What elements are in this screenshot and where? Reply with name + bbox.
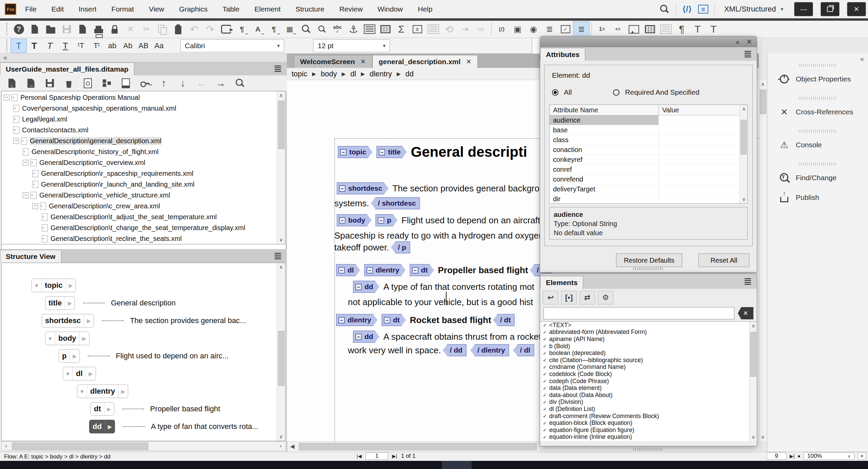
collapse-element-icon[interactable]: −: [384, 317, 390, 323]
panel-resize-handle[interactable]: [633, 448, 664, 451]
panel-resize-handle[interactable]: [633, 267, 664, 270]
element-end-tag-p[interactable]: / p: [391, 241, 410, 254]
subscript[interactable]: Tᵗ: [89, 39, 104, 53]
collapse-element-icon[interactable]: −: [412, 267, 418, 274]
help-icon[interactable]: ?: [11, 22, 27, 37]
zoom-tool-icon[interactable]: [314, 22, 330, 37]
structure-horizontal-scrollbar[interactable]: ‹ ›: [1, 441, 285, 451]
structure-tools-icon[interactable]: ≣: [541, 22, 557, 37]
cut-icon[interactable]: ✂: [138, 22, 154, 37]
structure-node[interactable]: dt ▶ Propeller based flight: [2, 400, 285, 418]
numbered-list-icon[interactable]: 1≡: [594, 22, 610, 37]
structure-node[interactable]: shortdesc ▶ The section provides general…: [2, 312, 285, 330]
conditional-text-icon[interactable]: [658, 22, 674, 37]
variables-icon[interactable]: ±: [409, 22, 425, 37]
collapse-element-icon[interactable]: −: [355, 284, 362, 290]
paragraph-catalog-icon[interactable]: ¶: [266, 22, 282, 37]
tab-welcomescreen[interactable]: WelcomeScreen✕: [294, 55, 372, 68]
menu-item[interactable]: Element: [254, 5, 280, 13]
menu-item[interactable]: Structure: [296, 5, 324, 13]
tree-item[interactable]: GeneralDescription\t_adjust_the_seat_tem…: [2, 211, 285, 222]
element-list-item[interactable]: ✓ equation-figure (Equation figure): [540, 427, 757, 434]
tab-general-description[interactable]: general_description.xml✕: [372, 55, 478, 68]
xml-code-icon[interactable]: ⟨/⟩: [682, 4, 692, 14]
sidebar-item-cross-references[interactable]: ✕ Cross-References: [767, 105, 868, 119]
zoom-select[interactable]: 100%∨: [804, 452, 854, 460]
scroll-up-icon[interactable]: ∧: [740, 105, 748, 113]
workspace-switcher[interactable]: XML/Structured▾: [724, 5, 783, 14]
tree-item[interactable]: − GeneralDescription\general_description…: [2, 135, 285, 146]
structure-view[interactable]: ▼ topic ▶ title ▶: [1, 263, 285, 441]
resource-manager-icon[interactable]: [117, 76, 134, 90]
last-page-icon[interactable]: ▶|: [392, 453, 397, 459]
tree-item[interactable]: − GeneralDescription\c_vehicle_structure…: [2, 190, 285, 201]
element-tag-dlentry[interactable]: −dlentry: [364, 264, 406, 276]
panel-menu-icon[interactable]: ≣: [274, 63, 282, 74]
element-tag-dl[interactable]: −dl: [336, 264, 360, 276]
tree-item[interactable]: Legal\legal.xml: [2, 114, 285, 125]
clear-search-icon[interactable]: ✕: [738, 307, 753, 319]
save-book-icon[interactable]: [41, 76, 58, 90]
redo-icon[interactable]: ↷: [202, 22, 218, 37]
copy-icon[interactable]: [154, 22, 170, 37]
expand-arrow-icon[interactable]: ▶: [70, 350, 79, 362]
expand-arrow-icon[interactable]: ▶: [79, 332, 89, 345]
next-icon[interactable]: ▶|: [790, 453, 794, 459]
element-list-item[interactable]: ✓ codeph (Code Phrase): [540, 378, 757, 385]
markers-icon[interactable]: [425, 22, 441, 37]
element-tag-p[interactable]: −p: [375, 214, 397, 226]
tree-vertical-scrollbar[interactable]: ∧ ∨: [277, 91, 285, 244]
menu-item[interactable]: View: [149, 5, 164, 13]
element-list-item[interactable]: ✓ cmdname (Command Name): [540, 364, 757, 371]
pilcrow-icon[interactable]: ¶: [674, 22, 690, 37]
expander-icon[interactable]: −: [13, 138, 19, 144]
element-end-tag-dl[interactable]: / dl: [513, 344, 534, 356]
restore-defaults-button[interactable]: Restore Defaults: [616, 254, 682, 267]
scroll-down-icon[interactable]: ∨: [277, 236, 285, 244]
tree-item[interactable]: GeneralDescription\t_recline_the_seats.x…: [2, 233, 285, 244]
element-boxes-icon[interactable]: ▣: [510, 22, 526, 37]
radio-required-specified[interactable]: [613, 89, 619, 96]
collapse-element-icon[interactable]: −: [379, 149, 385, 155]
scroll-down-icon[interactable]: ∨: [740, 195, 748, 203]
uppercase[interactable]: AB: [136, 39, 151, 53]
expander-icon[interactable]: −: [23, 160, 28, 166]
expander-icon[interactable]: −: [4, 95, 9, 100]
scrollbar-thumb[interactable]: [741, 120, 747, 154]
panel-drag-ridge[interactable]: [799, 97, 837, 100]
attribute-scrollbar[interactable]: ∧ ∨: [739, 105, 747, 203]
sidebar-item-object-properties[interactable]: Object Properties: [767, 72, 868, 87]
attribute-row[interactable]: class: [550, 135, 747, 145]
reset-all-button[interactable]: Reset All: [698, 254, 749, 267]
scrollbar-thumb[interactable]: [278, 331, 284, 386]
tree-item[interactable]: GeneralDescription\c_history_of_flight.x…: [2, 146, 285, 157]
tab-elements[interactable]: Elements: [540, 276, 583, 289]
tree-item[interactable]: − GeneralDescription\c_overview.xml: [2, 157, 285, 168]
elements-scrollbar[interactable]: ∧ ∨: [749, 322, 757, 441]
close-panel-icon[interactable]: ✕: [746, 38, 752, 46]
menu-item[interactable]: Help: [418, 5, 432, 13]
scroll-up-icon[interactable]: ∧: [759, 80, 767, 88]
lock-icon[interactable]: [106, 22, 122, 37]
structure-node[interactable]: ▼ dlentry ▶: [2, 382, 285, 400]
scroll-down-icon[interactable]: ∨: [759, 433, 767, 441]
menu-item[interactable]: Edit: [52, 5, 64, 13]
scrollbar-thumb[interactable]: [760, 90, 766, 114]
element-list-item[interactable]: ✓ data-about (Data About): [540, 392, 757, 399]
element-list-item[interactable]: ✓ boolean (deprecated): [540, 350, 757, 357]
element-list-item[interactable]: ✓ data (Data element): [540, 384, 757, 392]
undo-icon[interactable]: ↶: [186, 22, 202, 37]
print-icon[interactable]: [91, 22, 106, 37]
expand-arrow-icon[interactable]: ▶: [104, 402, 114, 415]
underline[interactable]: T: [58, 39, 73, 53]
element-list-item[interactable]: ✓ cite (Citation—bibliographic source): [540, 357, 757, 364]
structure-node[interactable]: title ▶ General description: [2, 294, 285, 312]
column-header-name[interactable]: Attribute Name: [550, 105, 659, 115]
equations-icon[interactable]: Σ: [393, 22, 409, 37]
scroll-left-icon[interactable]: ‹: [2, 442, 11, 450]
attribute-row[interactable]: conrefend: [550, 174, 747, 184]
attribute-row[interactable]: conaction: [550, 145, 747, 155]
collapse-element-icon[interactable]: −: [367, 267, 373, 274]
expand-arrow-icon[interactable]: ▶: [65, 297, 75, 309]
tree-item[interactable]: GeneralDescription\r_spaceship_requireme…: [2, 168, 285, 179]
